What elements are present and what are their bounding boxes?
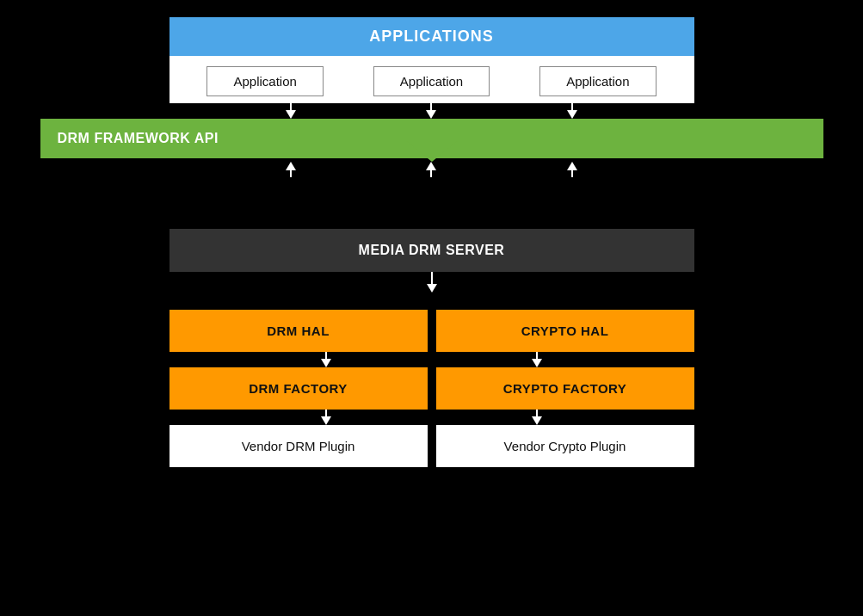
drm-notch bbox=[406, 141, 458, 176]
application-box-2: Application bbox=[373, 66, 490, 96]
svg-marker-0 bbox=[406, 141, 458, 162]
arrow-media-drm-down bbox=[170, 272, 694, 293]
application-box-1: Application bbox=[207, 66, 323, 96]
arrow-drm-app1-up bbox=[286, 162, 296, 177]
arrow-app1-drm bbox=[286, 103, 296, 119]
crypto-factory-box: CRYPTO FACTORY bbox=[436, 367, 694, 410]
vendor-crypto-plugin-box: Vendor Crypto Plugin bbox=[436, 425, 694, 467]
arrow-app3-drm bbox=[567, 103, 577, 119]
application-box-3: Application bbox=[539, 66, 656, 96]
drm-framework-block: DRM FRAMEWORK API bbox=[40, 119, 823, 158]
crypto-hal-box: CRYPTO HAL bbox=[436, 310, 694, 352]
applications-header: APPLICATIONS bbox=[170, 17, 694, 56]
drm-factory-box: DRM FACTORY bbox=[170, 367, 428, 410]
arrow-app2-drm bbox=[426, 103, 436, 119]
hal-row: DRM HAL CRYPTO HAL bbox=[170, 310, 694, 352]
factory-row: DRM FACTORY CRYPTO FACTORY bbox=[170, 367, 694, 410]
hal-factory-arrows bbox=[170, 352, 694, 367]
drm-hal-box: DRM HAL bbox=[170, 310, 428, 352]
arrow-drm-app3-up bbox=[567, 162, 577, 177]
factory-vendor-arrows bbox=[170, 410, 694, 425]
vendor-row: Vendor DRM Plugin Vendor Crypto Plugin bbox=[170, 425, 694, 467]
vendor-drm-plugin-box: Vendor DRM Plugin bbox=[170, 425, 428, 467]
media-drm-block: MEDIA DRM SERVER bbox=[170, 229, 694, 272]
applications-body: Application Application Application bbox=[170, 56, 694, 103]
applications-block: APPLICATIONS Application Application App… bbox=[170, 17, 694, 103]
